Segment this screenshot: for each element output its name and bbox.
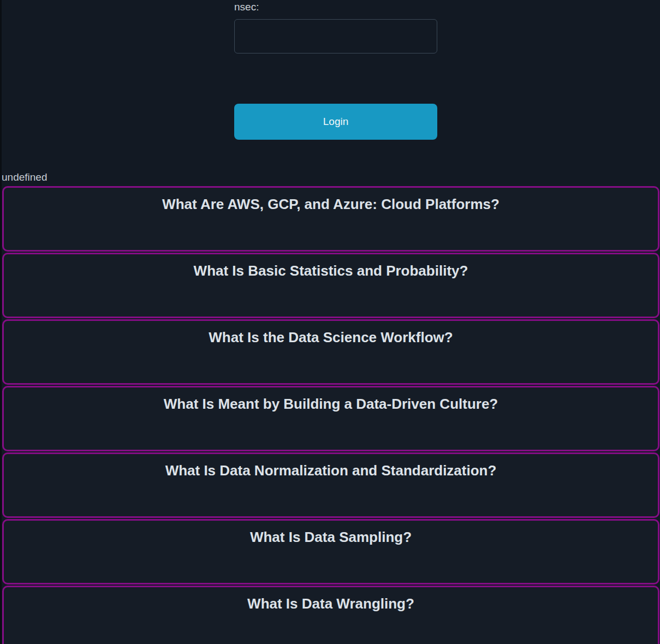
question-card-title: What Is Meant by Building a Data-Driven … — [4, 395, 658, 413]
question-card[interactable]: What Is Data Wrangling? — [2, 586, 659, 644]
question-card[interactable]: What Is Data Normalization and Standardi… — [2, 452, 659, 518]
nsec-label: nsec: — [234, 0, 437, 14]
question-card[interactable]: What Is the Data Science Workflow? — [2, 319, 659, 385]
question-card-title: What Is Basic Statistics and Probability… — [4, 262, 658, 280]
question-cards-list: What Are AWS, GCP, and Azure: Cloud Plat… — [0, 186, 660, 644]
left-edge-strip — [0, 0, 2, 644]
question-card[interactable]: What Are AWS, GCP, and Azure: Cloud Plat… — [2, 186, 659, 252]
question-card-title: What Is Data Sampling? — [4, 528, 658, 546]
status-text: undefined — [2, 170, 660, 184]
login-button[interactable]: Login — [234, 104, 437, 140]
nsec-input[interactable] — [234, 19, 437, 53]
question-card-title: What Is the Data Science Workflow? — [4, 329, 658, 347]
question-card-title: What Is Data Normalization and Standardi… — [4, 462, 658, 480]
page: { "page": { "background_color": "#121923… — [0, 0, 660, 644]
login-form: nsec: Login — [234, 0, 437, 140]
question-card-title: What Are AWS, GCP, and Azure: Cloud Plat… — [4, 195, 658, 213]
question-card[interactable]: What Is Data Sampling? — [2, 519, 659, 585]
question-card-title: What Is Data Wrangling? — [4, 595, 658, 613]
question-card[interactable]: What Is Meant by Building a Data-Driven … — [2, 386, 659, 451]
question-card[interactable]: What Is Basic Statistics and Probability… — [2, 253, 659, 318]
